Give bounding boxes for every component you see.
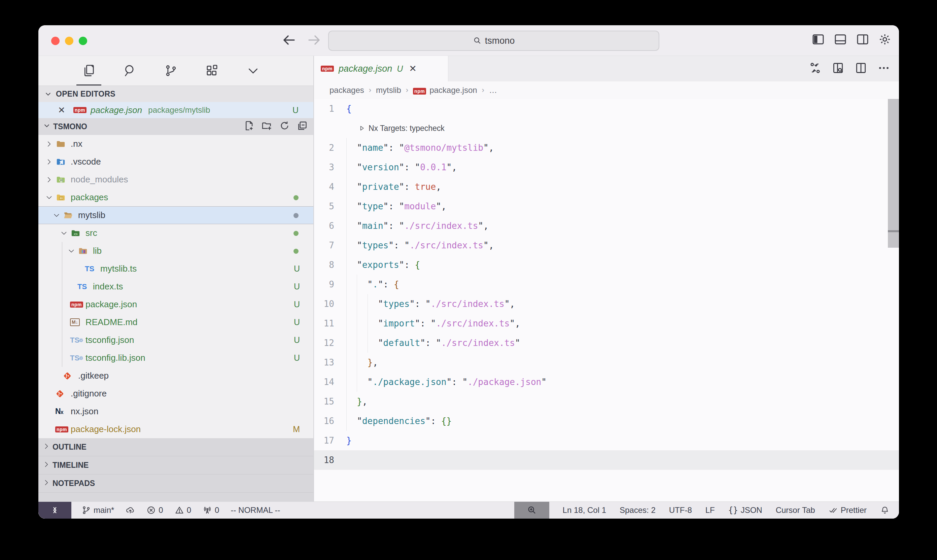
encoding[interactable]: UTF-8 bbox=[669, 506, 692, 515]
open-editor-entry[interactable]: ✕ npm package.json packages/mytslib U bbox=[38, 102, 313, 118]
breadcrumb-item-packages[interactable]: packages bbox=[329, 86, 364, 95]
toggle-secondary-sidebar-icon[interactable] bbox=[856, 33, 869, 48]
breadcrumb-item-package-json[interactable]: npmpackage.json bbox=[413, 86, 477, 95]
tree-item--gitkeep[interactable]: .gitkeep bbox=[38, 367, 313, 385]
section-outline[interactable]: OUTLINE bbox=[38, 438, 313, 456]
tree-item-index-ts[interactable]: TSindex.tsU bbox=[38, 278, 313, 295]
problems-errors[interactable]: 0 bbox=[146, 506, 163, 515]
branch-icon bbox=[82, 506, 91, 515]
title-bar: tsmono bbox=[38, 25, 899, 56]
tree-item--vscode[interactable]: .vscode bbox=[38, 153, 313, 171]
forward-arrow-icon[interactable] bbox=[306, 32, 322, 49]
tree-item-label: .nx bbox=[71, 138, 83, 149]
ports-forwarded[interactable]: 0 bbox=[203, 506, 219, 515]
cursor-tab[interactable]: Cursor Tab bbox=[776, 506, 815, 515]
line-number: 8 bbox=[314, 255, 346, 275]
code-editor[interactable]: 1{Nx Targets: typecheck2 "name": "@tsmon… bbox=[314, 99, 899, 502]
chevron-down-icon[interactable] bbox=[58, 230, 70, 237]
workspace-folder-header[interactable]: TSMONO bbox=[38, 118, 313, 135]
tree-item--gitignore[interactable]: .gitignore bbox=[38, 385, 313, 403]
tree-item-label: package-lock.json bbox=[71, 424, 141, 434]
language-mode[interactable]: {}JSON bbox=[728, 506, 762, 515]
more-views-icon[interactable] bbox=[240, 56, 266, 86]
ts-icon: TS bbox=[77, 282, 92, 291]
editor-zoom-button[interactable] bbox=[514, 502, 549, 518]
toggle-panel-icon[interactable] bbox=[834, 33, 847, 48]
publish-changes[interactable] bbox=[126, 506, 135, 515]
git-branch[interactable]: main* bbox=[82, 506, 114, 515]
tree-item--nx[interactable]: .nx bbox=[38, 135, 313, 153]
breadcrumb-item--[interactable]: … bbox=[489, 86, 497, 95]
explorer-icon[interactable] bbox=[76, 56, 102, 86]
folder-vscode-icon bbox=[55, 157, 70, 166]
vim-mode[interactable]: -- NORMAL -- bbox=[231, 506, 280, 515]
minimize-window-button[interactable] bbox=[65, 37, 73, 45]
new-folder-icon[interactable] bbox=[261, 120, 272, 133]
tree-item-nx-json[interactable]: Nxnx.json bbox=[38, 403, 313, 420]
chevron-right-icon[interactable] bbox=[43, 141, 55, 148]
command-center-search[interactable]: tsmono bbox=[328, 31, 659, 51]
scrollbar-thumb[interactable] bbox=[888, 99, 899, 248]
refresh-icon[interactable] bbox=[279, 120, 290, 133]
chevron-down-icon[interactable] bbox=[43, 194, 55, 201]
breadcrumb: packages›mytslib›npmpackage.json›… bbox=[314, 82, 899, 99]
tree-item-readme-md[interactable]: M↓README.mdU bbox=[38, 313, 313, 331]
workspace-folder-label: TSMONO bbox=[53, 122, 87, 131]
git-status-badge: U bbox=[292, 105, 298, 115]
settings-gear-icon[interactable] bbox=[878, 33, 892, 48]
new-file-icon[interactable] bbox=[243, 120, 254, 133]
tree-item-src[interactable]: <>src bbox=[38, 224, 313, 242]
tree-item-tsconfig-lib-json[interactable]: TStsconfig.lib.jsonU bbox=[38, 349, 313, 367]
extensions-icon[interactable] bbox=[199, 56, 225, 86]
back-arrow-icon[interactable] bbox=[281, 32, 297, 49]
code-line-11: 11 "import": "./src/index.ts", bbox=[314, 314, 899, 333]
tree-item-package-json[interactable]: npmpackage.jsonU bbox=[38, 295, 313, 313]
tree-item-node-modules[interactable]: JSnode_modules bbox=[38, 171, 313, 188]
editor-scrollbar[interactable] bbox=[888, 99, 899, 502]
section-timeline[interactable]: TIMELINE bbox=[38, 456, 313, 474]
collapse-all-icon[interactable] bbox=[297, 120, 308, 133]
code-lens-label[interactable]: Nx Targets: typecheck bbox=[369, 118, 445, 138]
git-status-badge: U bbox=[294, 282, 300, 291]
code-line-17: 17} bbox=[314, 431, 899, 450]
cursor-position[interactable]: Ln 18, Col 1 bbox=[563, 506, 606, 515]
git-status-badge: U bbox=[294, 335, 300, 345]
toggle-primary-sidebar-icon[interactable] bbox=[811, 33, 825, 48]
source-control-icon[interactable] bbox=[158, 56, 184, 86]
notifications-bell[interactable] bbox=[880, 506, 889, 515]
indentation[interactable]: Spaces: 2 bbox=[620, 506, 655, 515]
remote-indicator[interactable] bbox=[38, 502, 71, 518]
chevron-down-icon[interactable] bbox=[51, 212, 63, 219]
line-number: 17 bbox=[314, 431, 346, 450]
tree-item-label: package.json bbox=[86, 299, 137, 309]
tab-package-json[interactable]: npm package.json U ✕ bbox=[314, 56, 448, 82]
breadcrumb-separator: › bbox=[369, 86, 371, 95]
breadcrumb-item-mytslib[interactable]: mytslib bbox=[376, 86, 401, 95]
chevron-right-icon[interactable] bbox=[43, 176, 55, 183]
tree-item-mytslib-ts[interactable]: TSmytslib.tsU bbox=[38, 260, 313, 278]
tree-item-package-lock-json[interactable]: npmpackage-lock.jsonM bbox=[38, 420, 313, 438]
open-editors-header[interactable]: OPEN EDITORS bbox=[38, 86, 313, 102]
search-icon[interactable] bbox=[117, 56, 143, 86]
split-editor-icon[interactable] bbox=[854, 62, 867, 76]
editor-group: npm package.json U ✕ packages›mytslib›np… bbox=[314, 56, 899, 502]
tree-item-lib[interactable]: lib bbox=[38, 242, 313, 260]
maximize-window-button[interactable] bbox=[79, 37, 87, 45]
problems-warnings[interactable]: 0 bbox=[175, 506, 191, 515]
eol-sequence[interactable]: LF bbox=[705, 506, 715, 515]
close-editor-icon[interactable]: ✕ bbox=[58, 105, 69, 115]
chevron-down-icon[interactable] bbox=[65, 248, 77, 254]
more-actions-icon[interactable] bbox=[877, 62, 890, 76]
chevron-right-icon[interactable] bbox=[43, 158, 55, 165]
compare-changes-icon[interactable] bbox=[809, 62, 822, 76]
double-check-icon bbox=[829, 506, 838, 515]
code-lens[interactable]: Nx Targets: typecheck bbox=[314, 118, 899, 138]
tree-item-tsconfig-json[interactable]: TStsconfig.jsonU bbox=[38, 331, 313, 349]
open-preview-icon[interactable] bbox=[832, 62, 845, 76]
close-window-button[interactable] bbox=[51, 37, 60, 45]
tree-item-mytslib[interactable]: mytslib bbox=[38, 206, 313, 224]
formatter-prettier[interactable]: Prettier bbox=[829, 506, 867, 515]
section-notepads[interactable]: NOTEPADS bbox=[38, 474, 313, 493]
tab-close-icon[interactable]: ✕ bbox=[409, 63, 417, 74]
tree-item-packages[interactable]: packages bbox=[38, 188, 313, 206]
